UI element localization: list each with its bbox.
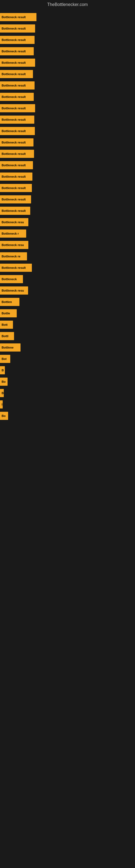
bar-row: Bottleneck result (0, 126, 135, 136)
bottleneck-bar: Bottl (0, 332, 14, 340)
bar-row: Bottleneck result (0, 46, 135, 56)
bar-label: Bottleneck result (2, 118, 26, 121)
bottleneck-bar: Bottleneck result (0, 138, 34, 147)
bar-label: Bottleneck resu (2, 243, 24, 247)
bar-row: B (0, 365, 135, 375)
bar-label: Bottle (2, 312, 10, 315)
bottleneck-bar: Bottleneck result (0, 59, 35, 67)
bar-label: Bottleneck resu (2, 289, 24, 292)
bar-row: Bottleneck result (0, 23, 135, 34)
bar-label: Bottleneck result (2, 50, 26, 53)
bottleneck-bar: Bottleneck result (0, 184, 32, 192)
bar-row: Bottleneck result (0, 194, 135, 205)
bar-row: Bottlene (0, 342, 135, 352)
bar-label: Bottleneck result (2, 106, 26, 110)
bar-label: Bottlene (2, 346, 13, 349)
bar-row: Bottleneck result (0, 183, 135, 193)
bottleneck-bar: Bottleneck (0, 275, 23, 283)
bottleneck-bar: Bottleneck result (0, 104, 35, 112)
bottleneck-bar: Bottleneck result (0, 82, 35, 90)
bar-row: Bot (0, 354, 135, 364)
bar-label: Bottleneck result (2, 27, 26, 30)
bar-row: Bottle (0, 308, 135, 318)
bar-label: Bottleneck result (2, 72, 26, 76)
bar-label: Bottleneck result (2, 163, 26, 167)
bottleneck-bar: Bottleneck resu (0, 241, 28, 249)
bar-row: I (0, 399, 135, 410)
bar-label: Bottlen (2, 300, 12, 304)
bottleneck-bar: Bot (0, 355, 10, 363)
site-title: TheBottlenecker.com (0, 0, 135, 9)
bottleneck-bar: Bottleneck result (0, 116, 34, 124)
bar-label: Bottleneck result (2, 141, 26, 144)
bar-label: Bottleneck result (2, 209, 26, 212)
bottleneck-bar: Bottleneck result (0, 70, 33, 78)
bar-row: Bottleneck result (0, 160, 135, 170)
bar-row: Bo (0, 376, 135, 387)
bar-label: Bo (2, 380, 6, 383)
bottleneck-bar: Bottleneck result (0, 173, 32, 181)
bottleneck-bar: Bottleneck resu (0, 286, 28, 294)
bar-row: Bottleneck result (0, 172, 135, 182)
bar-label: Bottleneck result (2, 175, 26, 178)
bar-label: Bottleneck (2, 278, 17, 281)
bottleneck-bar: Bottleneck re (0, 252, 27, 260)
bar-row: Bottleneck resu (0, 285, 135, 296)
bar-row: Bottleneck result (0, 137, 135, 148)
bottleneck-bar: Bottleneck resu (0, 218, 28, 226)
bottleneck-bar: Bottle (0, 309, 17, 317)
bar-label: Bottleneck result (2, 16, 26, 19)
bar-row: Bottleneck result (0, 12, 135, 22)
bottleneck-bar: Bo (0, 412, 8, 420)
bottleneck-bar: B (0, 366, 5, 374)
bar-row: Bottleneck result (0, 35, 135, 45)
bottleneck-bar: Bo (0, 378, 8, 386)
bar-row: Bottleneck result (0, 206, 135, 216)
bar-label: Bottleneck result (2, 84, 26, 87)
bottleneck-bar: Bottleneck result (0, 13, 37, 21)
bar-label: Bottleneck result (2, 198, 26, 201)
bar-label: Bottl (2, 335, 8, 338)
bar-label: Bottleneck result (2, 38, 26, 41)
bar-row: Bottleneck result (0, 92, 135, 102)
bottleneck-bar: Bottleneck result (0, 264, 32, 272)
bar-label: Bottleneck result (2, 61, 26, 64)
bar-row: Bottleneck result (0, 149, 135, 159)
bar-row: Bottleneck result (0, 103, 135, 113)
bar-row: Bottl (0, 331, 135, 341)
bottleneck-bar: Bottleneck result (0, 195, 31, 204)
bar-row: Bottleneck r (0, 228, 135, 239)
bottleneck-bar: Bottlene (0, 343, 20, 351)
bar-label: Bottleneck result (2, 186, 26, 190)
bar-label: B (2, 369, 4, 372)
bar-row: Bottleneck result (0, 262, 135, 273)
bottleneck-bar: Bottleneck result (0, 24, 35, 33)
bar-row: Bottleneck (0, 274, 135, 284)
bottleneck-bar: Bott (0, 321, 13, 329)
bar-label: Bottleneck r (2, 232, 19, 235)
bar-label: Bot (2, 357, 6, 361)
bottleneck-bar: Bottleneck r (0, 229, 26, 238)
bottleneck-bar: Bottlen (0, 298, 19, 306)
bar-label: Bottleneck result (2, 266, 26, 269)
bar-row: Bottleneck result (0, 115, 135, 125)
bar-row: B (0, 388, 135, 398)
bottleneck-bar: B (0, 389, 4, 397)
bar-label: Bottleneck re (2, 255, 20, 258)
bar-row: Bottleneck resu (0, 240, 135, 250)
bar-row: Bottleneck result (0, 58, 135, 68)
bar-row: Bott (0, 319, 135, 330)
bottleneck-bar: Bottleneck result (0, 47, 34, 55)
bars-container: Bottleneck resultBottleneck resultBottle… (0, 9, 135, 425)
bar-row: Bottleneck re (0, 251, 135, 261)
bar-label: I (2, 403, 2, 406)
bar-label: Bottleneck result (2, 152, 26, 155)
bar-row: Bottleneck result (0, 69, 135, 79)
bottleneck-bar: I (0, 400, 3, 408)
bar-label: Bottleneck result (2, 95, 26, 98)
bottleneck-bar: Bottleneck result (0, 127, 35, 135)
bottleneck-bar: Bottleneck result (0, 150, 34, 158)
bar-row: Bottleneck result (0, 80, 135, 91)
bar-row: Bottleneck resu (0, 217, 135, 227)
bar-label: Bottleneck result (2, 129, 26, 133)
